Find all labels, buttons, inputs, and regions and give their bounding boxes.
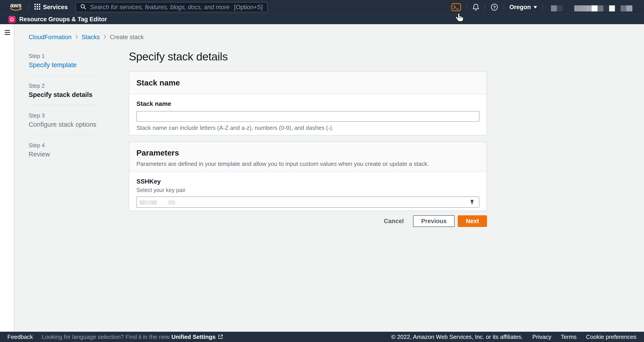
svg-text:aws: aws (10, 2, 22, 9)
step-4-label: Step 4 (28, 142, 100, 149)
breadcrumb-stacks[interactable]: Stacks (82, 34, 100, 41)
resource-groups-icon (8, 16, 16, 23)
stack-name-card-body: Stack name Stack name can include letter… (129, 95, 486, 137)
terms-link[interactable]: Terms (561, 333, 577, 340)
stack-name-card-header: Stack name (129, 72, 486, 95)
breadcrumb: CloudFormation Stacks Create stack (28, 33, 144, 42)
collapsed-sidebar (0, 24, 14, 332)
unified-settings-link[interactable]: Unified Settings (171, 333, 216, 340)
step-2-item: Step 2 Specify stack details (28, 83, 100, 99)
previous-button[interactable]: Previous (413, 215, 454, 227)
nav-divider (485, 4, 485, 11)
stack-name-field-label: Stack name (136, 100, 480, 107)
breadcrumb-chevron-icon (103, 34, 106, 40)
cancel-button[interactable]: Cancel (384, 218, 404, 225)
service-bar: Resource Groups & Tag Editor (0, 14, 644, 24)
privacy-link[interactable]: Privacy (532, 333, 552, 340)
next-button[interactable]: Next (458, 215, 487, 227)
region-label: Oregon (510, 4, 531, 11)
parameters-card-description: Parameters are defined in your template … (136, 160, 480, 167)
menu-icon[interactable] (5, 30, 10, 36)
notifications-bell-icon[interactable] (472, 3, 480, 11)
footer-bar: Feedback Looking for language selection?… (0, 332, 644, 342)
feedback-button[interactable]: Feedback (8, 333, 33, 340)
search-shortcut-hint: [Option+S] (234, 4, 263, 11)
sshkey-field-label: SSHKey (136, 178, 480, 185)
wizard-actions: Cancel Previous Next (129, 215, 487, 227)
steps-divider (28, 75, 100, 75)
services-menu-button[interactable]: Services (34, 4, 68, 11)
cookie-preferences-link[interactable]: Cookie preferences (586, 333, 636, 340)
search-icon (80, 4, 86, 11)
nav-divider (466, 4, 467, 11)
dropdown-caret-icon (470, 200, 474, 205)
nav-right-cluster: ? Oregon (451, 3, 644, 12)
language-selection-prompt: Looking for language selection? Find it … (42, 333, 170, 340)
step-3-item: Step 3 Configure stack options (28, 112, 100, 128)
step-3-upcoming: Configure stack options (28, 121, 100, 128)
redacted-account-block (620, 5, 632, 12)
service-bar-title[interactable]: Resource Groups & Tag Editor (19, 16, 107, 23)
breadcrumb-chevron-icon (75, 34, 78, 40)
stack-name-card: Stack name Stack name Stack name can inc… (129, 71, 487, 135)
nav-divider (28, 4, 29, 11)
aws-logo[interactable]: aws (8, 2, 23, 13)
parameters-card-body: SSHKey Select your key pair (129, 172, 486, 213)
services-grid-icon (34, 4, 40, 11)
external-link-icon (218, 334, 223, 339)
top-navigation-bar: aws Services [Option+S] (0, 0, 644, 14)
stack-name-card-title: Stack name (136, 78, 180, 87)
stack-name-helper-text: Stack name can include letters (A-Z and … (136, 124, 480, 131)
step-1-link[interactable]: Specify template (28, 61, 100, 69)
page-title: Specify stack details (129, 50, 228, 63)
step-1-item: Step 1 Specify template (28, 53, 100, 69)
redacted-keypair-value (168, 200, 175, 205)
nav-divider (504, 4, 504, 11)
parameters-card: Parameters Parameters are defined in you… (129, 142, 487, 211)
redacted-account-block (574, 5, 615, 12)
keypair-select[interactable] (136, 196, 480, 208)
chevron-down-icon (534, 6, 537, 9)
breadcrumb-cloudformation[interactable]: CloudFormation (28, 34, 72, 41)
step-4-item: Step 4 Review (28, 142, 100, 158)
step-2-label: Step 2 (28, 83, 100, 89)
step-3-label: Step 3 (28, 112, 100, 119)
nav-divider (542, 4, 543, 11)
sshkey-field-description: Select your key pair (136, 187, 480, 193)
services-label: Services (43, 4, 68, 11)
step-2-current: Specify stack details (28, 91, 100, 99)
redacted-keypair-value (140, 200, 157, 205)
step-1-label: Step 1 (28, 53, 100, 59)
steps-divider (28, 135, 100, 135)
global-search: [Option+S] (75, 2, 268, 12)
step-4-upcoming: Review (28, 151, 100, 158)
breadcrumb-current: Create stack (110, 34, 144, 41)
steps-divider (28, 105, 100, 105)
search-input[interactable] (90, 4, 230, 11)
parameters-card-title: Parameters (136, 148, 480, 157)
redacted-account-block (551, 5, 562, 12)
copyright-text: © 2022, Amazon Web Services, Inc. or its… (391, 333, 523, 340)
stack-name-input[interactable] (136, 111, 480, 122)
cloudshell-icon[interactable] (451, 3, 461, 11)
svg-text:?: ? (493, 5, 496, 10)
parameters-card-header: Parameters Parameters are defined in you… (129, 142, 486, 172)
wizard-steps-nav: Step 1 Specify template Step 2 Specify s… (28, 53, 100, 158)
region-selector[interactable]: Oregon (510, 4, 537, 11)
help-icon[interactable]: ? (490, 3, 498, 11)
